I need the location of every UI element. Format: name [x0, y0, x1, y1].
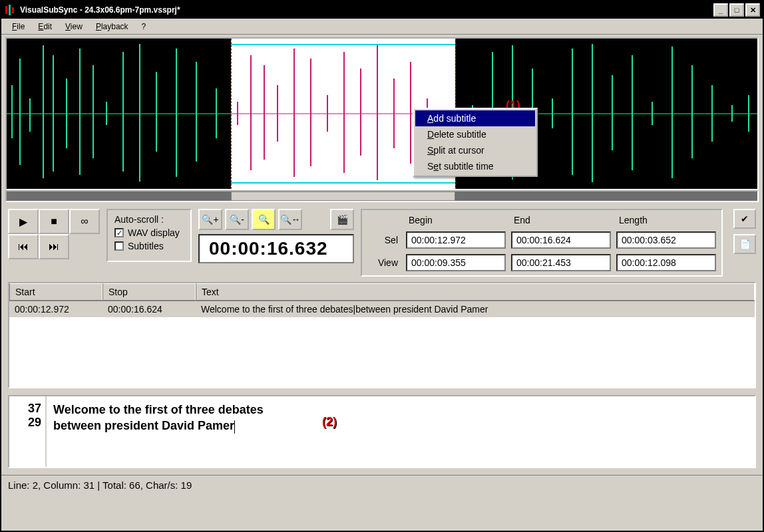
- checkbox-checked-icon: ✓: [114, 228, 124, 237]
- menu-edit[interactable]: Edit: [31, 21, 59, 33]
- selection-marker-top: [231, 44, 455, 45]
- zoom-out-button[interactable]: 🔍-: [225, 209, 249, 230]
- window-title: VisualSubSync - 24.3x06.6pm-7pm.vssprj*: [20, 5, 180, 15]
- menu-playback[interactable]: Playback: [89, 21, 135, 33]
- col-start[interactable]: Start: [9, 283, 102, 301]
- sel-length-value[interactable]: 00:00:03.652: [616, 231, 716, 249]
- subtitle-editor[interactable]: 37 29 Welcome to the first of three deba…: [8, 395, 756, 468]
- cell-stop: 00:00:16.624: [102, 301, 196, 317]
- sel-begin-value[interactable]: 00:00:12.972: [406, 231, 506, 249]
- length-header: Length: [616, 215, 716, 225]
- zoom-all-button[interactable]: 🔍↔: [278, 209, 302, 230]
- toolbar: ▶ ■ ∞ ⏮ ⏭ Auto-scroll : ✓ WAV display Su…: [1, 202, 763, 282]
- play-button[interactable]: ▶: [8, 209, 39, 234]
- selection-edge-left[interactable]: [231, 39, 232, 189]
- waveform-display[interactable]: (1) Add subtitle Delete subtitle Split a…: [5, 37, 759, 190]
- context-delete-subtitle[interactable]: Delete subtitle: [415, 126, 535, 142]
- app-icon: [4, 4, 16, 16]
- cm-add-rest: dd subtitle: [433, 113, 476, 124]
- view-begin-value[interactable]: 00:00:09.355: [406, 254, 506, 271]
- line2-count: 29: [13, 416, 41, 430]
- cm-split-rest: plit at cursor: [433, 145, 484, 156]
- col-stop[interactable]: Stop: [102, 283, 196, 301]
- side-buttons: ✔ 📄: [733, 209, 756, 254]
- next-button[interactable]: ⏭: [39, 234, 69, 259]
- menu-bar: File Edit View Playback ?: [1, 19, 763, 35]
- checkbox-unchecked-icon: [114, 241, 124, 251]
- context-set-time[interactable]: Set subtitle time: [415, 158, 535, 174]
- cell-text: Welcome to the first of three debates|be…: [196, 301, 755, 317]
- properties-button[interactable]: 📄: [733, 234, 756, 254]
- cell-start: 00:00:12.972: [9, 301, 102, 317]
- title-bar: VisualSubSync - 24.3x06.6pm-7pm.vssprj* …: [1, 1, 763, 19]
- editor-text[interactable]: Welcome to the first of three debates be…: [47, 396, 755, 467]
- autoscroll-wav-label: WAV display: [128, 227, 180, 238]
- sel-row-label: Sel: [367, 235, 401, 245]
- context-split-cursor[interactable]: Split at cursor: [415, 142, 535, 158]
- autoscroll-label: Auto-scroll :: [114, 214, 184, 225]
- playback-buttons: ▶ ■ ∞ ⏮ ⏭: [8, 209, 100, 259]
- zoom-and-time: 🔍+ 🔍- 🔍 🔍↔ 🎬 00:00:16.632: [198, 209, 354, 263]
- svg-rect-2: [12, 7, 14, 13]
- minimize-button[interactable]: _: [713, 3, 728, 17]
- zoom-selection-button[interactable]: 🔍: [252, 209, 276, 230]
- subtitle-table[interactable]: Start Stop Text 00:00:12.972 00:00:16.62…: [8, 282, 756, 388]
- selection-view-panel: Begin End Length Sel 00:00:12.972 00:00:…: [361, 209, 723, 277]
- zoom-buttons: 🔍+ 🔍- 🔍 🔍↔ 🎬: [198, 209, 354, 230]
- cm-del-rest: elete subtitle: [434, 129, 486, 140]
- menu-help[interactable]: ?: [135, 21, 153, 33]
- menu-playback-label: layback: [101, 22, 128, 31]
- menu-file-label: ile: [17, 22, 25, 31]
- autoscroll-panel: Auto-scroll : ✓ WAV display Subtitles: [106, 209, 192, 262]
- waveform-context-menu: Add subtitle Delete subtitle Split at cu…: [413, 108, 538, 177]
- waveform-scrollbar[interactable]: [5, 190, 759, 202]
- zoom-in-button[interactable]: 🔍+: [198, 209, 222, 230]
- context-add-subtitle[interactable]: Add subtitle: [415, 110, 535, 126]
- col-text[interactable]: Text: [196, 283, 755, 301]
- begin-header: Begin: [406, 215, 506, 225]
- char-counts: 37 29: [9, 396, 47, 467]
- prev-button[interactable]: ⏮: [8, 234, 39, 259]
- error-check-button[interactable]: ✔: [733, 209, 756, 229]
- menu-view-label: iew: [71, 22, 83, 31]
- view-row-label: View: [367, 257, 401, 268]
- stop-button[interactable]: ■: [39, 209, 69, 234]
- menu-file[interactable]: File: [5, 21, 31, 33]
- view-end-value[interactable]: 00:00:21.453: [511, 254, 611, 271]
- sel-end-value[interactable]: 00:00:16.624: [511, 231, 611, 249]
- svg-rect-0: [5, 6, 7, 14]
- table-header: Start Stop Text: [9, 283, 755, 301]
- scrollbar-thumb[interactable]: [231, 192, 455, 201]
- editor-line2: between president David Pamer: [53, 419, 234, 432]
- view-length-value[interactable]: 00:00:12.098: [616, 254, 716, 271]
- status-bar: Line: 2, Column: 31 | Total: 66, Char/s:…: [1, 475, 763, 495]
- cm-set-rest: t subtitle time: [439, 161, 493, 172]
- selection-marker-bottom: [231, 182, 455, 184]
- text-cursor: [234, 420, 235, 434]
- table-row[interactable]: 00:00:12.972 00:00:16.624 Welcome to the…: [9, 301, 755, 317]
- menu-view[interactable]: View: [59, 21, 89, 33]
- autoscroll-subtitles-label: Subtitles: [128, 241, 164, 251]
- menu-edit-label: dit: [43, 22, 52, 31]
- svg-rect-1: [9, 5, 11, 15]
- autoscroll-wav-checkbox[interactable]: ✓ WAV display: [114, 227, 184, 238]
- scene-change-button[interactable]: 🎬: [330, 209, 354, 230]
- autoscroll-subtitles-checkbox[interactable]: Subtitles: [114, 241, 184, 251]
- maximize-button[interactable]: □: [729, 3, 744, 17]
- editor-line1: Welcome to the first of three debates: [53, 403, 264, 416]
- current-timecode: 00:00:16.632: [198, 234, 354, 263]
- end-header: End: [511, 215, 611, 225]
- close-button[interactable]: ✕: [745, 3, 760, 17]
- line1-count: 37: [13, 402, 41, 416]
- loop-button[interactable]: ∞: [69, 209, 100, 234]
